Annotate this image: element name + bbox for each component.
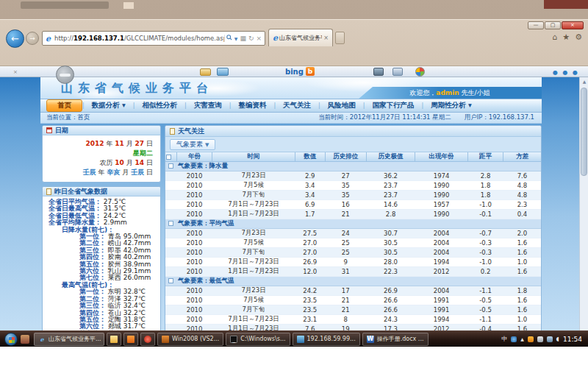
settings-gear-icon[interactable]: ⚙ [575,32,582,42]
volume-icon[interactable]: ◖ [556,336,559,342]
table-cell: 21 [325,210,366,219]
refresh-icon[interactable]: ↻ [248,35,254,42]
nav-item-8[interactable]: 周期性分析 ▾ [423,100,479,111]
table-cell: 1月1日～7月23日 [212,210,295,219]
yesterday-panel-title: 昨日全省气象数据 [54,187,107,197]
language-indicator[interactable]: 中 [501,335,507,343]
table-header-select-cell [165,152,176,162]
blocked-content-icon[interactable] [56,66,74,84]
group-header-row[interactable]: 气象要素：最低气温 [165,277,541,286]
pinned-app-icon[interactable] [21,335,29,344]
envelope-icon[interactable] [217,68,229,76]
table-cell: 21 [325,296,366,305]
back-button[interactable]: ← [6,29,24,48]
network-icon[interactable] [547,336,553,342]
address-bar[interactable]: e http://192.168.137.1/GLCCLIMATE/module… [42,31,265,46]
nav-item-2[interactable]: 相似性分析 [135,100,184,111]
toolbar-close-icon[interactable]: × [13,69,18,75]
calendar-panel: 日期 2012 年 11 月 27 日 星期二 农历 10 月 14 日 壬辰 … [42,125,161,183]
select-all-checkbox[interactable] [166,155,171,160]
taskbar-button-1[interactable]: _C:\Windows\s... [226,333,290,346]
mail-card-icon[interactable] [200,68,211,76]
table-row[interactable]: 20101月1日～7月23日1.7212.81990-0.10.4 [165,210,541,219]
browser-tab[interactable]: e 山东省气候业务平... × [268,29,333,46]
tray-app-icon[interactable] [511,336,517,342]
nav-item-7[interactable]: 国家下行产品 [365,100,422,111]
table-row[interactable]: 20107月1日～7月23日26.9928.01994-1.01.0 [165,258,541,267]
action-center-flag-icon[interactable] [537,336,543,342]
table-cell: 2010 [176,267,212,277]
page-viewport: 山东省气候业务平台 欢迎您，admin 先生/小姐 首页|数据分析 ▾|相似性分… [0,77,588,367]
taskbar-button-3[interactable]: W操作手册.docx ... [362,333,429,346]
table-row[interactable]: 20107月23日24.21726.92004-1.11.8 [165,286,541,296]
toolbar-more-icon[interactable]: ● ● ● [553,69,579,76]
nav-item-6[interactable]: 风险地图 [320,100,363,111]
group-header-row[interactable]: 气象要素：降水量 [165,162,541,171]
screenshot-icon[interactable] [392,68,403,76]
browser-window: — ▢ × ← → e http://192.168.137.1/GLCCLIM… [0,19,588,347]
row-select-cell [165,248,176,258]
url-text[interactable]: http://192.168.137.1/GLCCLIMATE/modules/… [52,35,224,42]
table-cell: 2004 [415,238,468,248]
forward-button[interactable]: → [26,32,39,45]
row-select-cell [165,315,176,325]
clock[interactable]: 11:54 [563,336,582,343]
address-dropdown-icon[interactable]: ▼ [234,36,238,41]
nav-item-1[interactable]: 数据分析 ▾ [85,100,133,111]
group-header-row[interactable]: 气象要素：平均气温 [165,219,541,229]
username: admin [436,89,459,96]
new-tab-button[interactable] [335,32,345,44]
table-row[interactable]: 20107月23日2.92736.219742.87.6 [165,171,541,181]
table-cell: 23.1 [295,315,325,325]
nav-item-4[interactable]: 整编资料 [231,100,273,111]
table-row[interactable]: 20101月1日～7月23日12.03122.320120.21.6 [165,267,541,277]
table-row[interactable]: 20107月下旬3.43523.719901.84.8 [165,191,541,200]
nav-item-5[interactable]: 天气关注 [276,100,318,111]
apps-flower-icon[interactable] [415,67,425,77]
table-row[interactable]: 20107月下旬23.52126.61991-0.51.6 [165,305,541,315]
table-cell: 7月1日～7月23日 [212,315,295,325]
tab-close-icon[interactable]: × [322,35,330,41]
row-select-cell [165,171,176,181]
start-button[interactable] [4,333,18,346]
nav-item-0[interactable]: 首页 [46,99,82,112]
table-row[interactable]: 20107月5候27.02530.52004-0.31.6 [165,238,541,248]
home-icon[interactable]: ⌂ [552,32,557,42]
taskbar-button-2[interactable]: 192.168.59.99... [293,333,360,346]
table-cell: 25 [325,248,366,258]
table-cell: 2.8 [467,171,503,181]
element-filter-button[interactable]: 气象要素 ▼ [170,139,215,150]
welcome-banner: 欢迎您，admin 先生/小姐 [358,87,542,99]
vertical-scrollbar[interactable]: ▲ ▼ [579,77,588,367]
taskbar-button-0[interactable]: Win2008 (VS2... [157,333,223,346]
camera-icon[interactable] [373,68,384,76]
stop-icon[interactable]: × [256,35,262,42]
scrollbar-thumb[interactable] [581,88,587,176]
row-select-cell [165,286,176,296]
tray-security-icon[interactable] [528,336,534,342]
calendar-panel-title: 日期 [55,126,68,135]
taskbar-app-button[interactable] [123,333,138,346]
favorites-star-icon[interactable]: ★ [562,32,570,42]
group-checkbox[interactable] [168,221,173,226]
table-cell: -1.1 [467,315,503,325]
group-checkbox[interactable] [168,278,173,283]
taskbar-media-button[interactable] [140,333,155,346]
table-row[interactable]: 20107月1日～7月23日23.1824.31994-1.11.0 [165,315,541,325]
table-row[interactable]: 20107月下旬27.02530.52004-0.31.6 [165,248,541,258]
table-cell: -0.3 [467,248,503,258]
show-hidden-icons[interactable]: ▲ [520,336,524,342]
table-header-cell: 方差 [503,152,541,162]
scroll-up-icon[interactable]: ▲ [580,77,588,86]
table-row[interactable]: 20107月23日27.52430.72004-0.72.0 [165,229,541,238]
table-row[interactable]: 20107月5候3.43523.719901.84.8 [165,181,541,191]
bing-toolbar-logo[interactable]: bing b [285,67,315,76]
taskbar-ie-button[interactable]: e 山东省气候业务平... [34,333,104,346]
nav-item-3[interactable]: 灾害查询 [187,100,229,111]
group-checkbox[interactable] [168,163,173,169]
table-row[interactable]: 20107月5候23.52126.61991-0.51.6 [165,296,541,305]
taskbar-explorer-button[interactable] [107,333,121,346]
search-icon[interactable] [226,35,232,42]
compatibility-view-icon[interactable]: ▦ [240,35,246,42]
table-row[interactable]: 20107月1日～7月23日6.91614.61957-1.02.3 [165,200,541,210]
